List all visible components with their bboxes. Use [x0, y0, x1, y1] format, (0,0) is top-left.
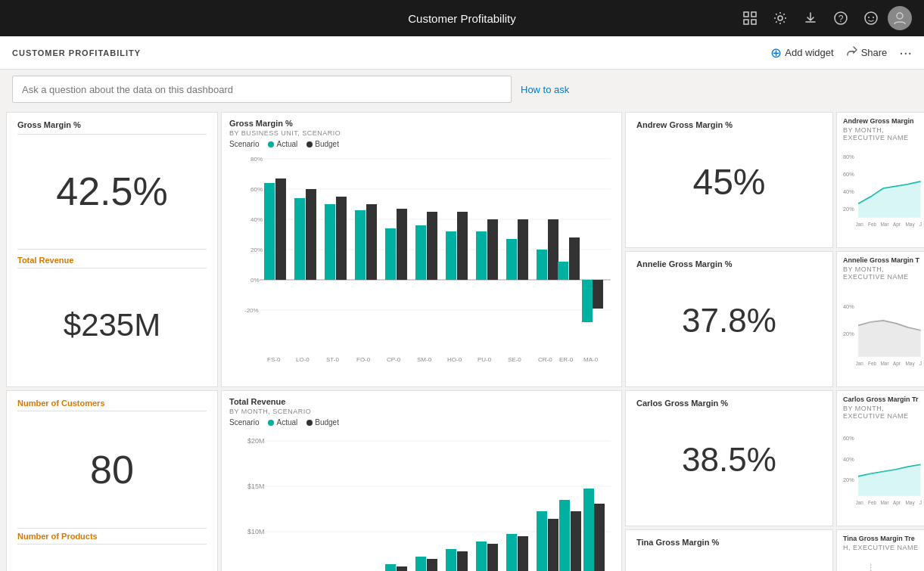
- feedback-icon[interactable]: [857, 5, 885, 32]
- svg-text:Jan: Jan: [856, 361, 864, 366]
- svg-text:?: ?: [838, 14, 844, 24]
- svg-rect-100: [487, 544, 498, 571]
- svg-text:J: J: [919, 361, 922, 366]
- svg-text:May: May: [906, 361, 916, 367]
- svg-rect-1: [751, 12, 756, 17]
- revenue-budget-legend: Budget: [306, 418, 339, 427]
- more-options-icon[interactable]: ···: [899, 44, 912, 61]
- tina-trend-subtitle: H, EXECUTIVE NAME: [843, 544, 924, 551]
- num-products-value: [17, 548, 207, 572]
- svg-rect-98: [457, 551, 468, 571]
- svg-text:Mar: Mar: [881, 222, 890, 227]
- help-icon[interactable]: ?: [827, 5, 854, 32]
- svg-rect-40: [518, 219, 528, 280]
- svg-text:FO-0: FO-0: [356, 356, 371, 363]
- svg-rect-25: [294, 198, 305, 280]
- focus-mode-icon[interactable]: [736, 5, 764, 32]
- gm-chart-legend: Scenario Actual Budget: [229, 140, 614, 148]
- top-navigation-bar: Customer Profitability ?: [0, 0, 924, 36]
- svg-rect-36: [457, 212, 468, 280]
- svg-rect-43: [558, 262, 568, 280]
- settings-icon[interactable]: [767, 5, 794, 32]
- app-title: Customer Profitability: [408, 12, 516, 25]
- total-revenue-title: Total Revenue: [17, 256, 207, 265]
- add-icon: ⊕: [770, 45, 782, 61]
- svg-rect-97: [446, 549, 456, 571]
- actual-dot: [268, 141, 274, 147]
- svg-rect-34: [427, 212, 437, 280]
- svg-point-7: [865, 12, 877, 24]
- carlos-gm-value: 38.5%: [636, 409, 822, 510]
- actual-label: Actual: [276, 140, 297, 148]
- revenue-chart-subtitle: BY MONTH, SCENARIO: [229, 408, 614, 415]
- svg-rect-108: [594, 504, 605, 571]
- svg-rect-38: [487, 219, 498, 280]
- svg-rect-46: [593, 280, 603, 309]
- user-avatar[interactable]: [888, 6, 912, 30]
- tina-trend-card: Tina Gross Margin Tre H, EXECUTIVE NAME …: [836, 529, 924, 571]
- gm-chart-title: Gross Margin %: [229, 119, 614, 128]
- svg-text:-20%: -20%: [244, 307, 259, 314]
- svg-rect-0: [744, 12, 748, 17]
- page-title: CUSTOMER PROFITABILITY: [12, 48, 141, 57]
- svg-text:LO-0: LO-0: [296, 356, 310, 363]
- svg-rect-32: [397, 209, 407, 280]
- svg-text:SM-0: SM-0: [417, 356, 432, 363]
- svg-text:60%: 60%: [250, 186, 263, 193]
- svg-text:Feb: Feb: [868, 222, 876, 227]
- budget-legend-item: Budget: [306, 140, 339, 148]
- svg-text:HO-0: HO-0: [447, 356, 462, 363]
- qa-input[interactable]: [12, 76, 512, 103]
- num-products-title: Number of Products: [17, 532, 207, 541]
- andrew-trend-chart: 80% 60% 40% 20% Jan Feb Mar Apr May J: [843, 144, 924, 235]
- annelie-trend-chart: 40% 20% Jan Feb Mar Apr May J: [843, 284, 924, 374]
- svg-text:Mar: Mar: [881, 500, 890, 505]
- svg-rect-42: [548, 219, 558, 280]
- svg-point-9: [873, 17, 874, 18]
- andrew-gm-value: 45%: [636, 131, 822, 232]
- download-icon[interactable]: [797, 5, 824, 32]
- svg-text:20%: 20%: [843, 330, 854, 337]
- add-widget-button[interactable]: ⊕ Add widget: [770, 45, 833, 61]
- svg-text:CP-0: CP-0: [387, 356, 401, 363]
- svg-rect-27: [325, 204, 335, 280]
- carlos-trend-card: Carlos Gross Margin Tr BY MONTH, EXECUTI…: [836, 390, 924, 526]
- annelie-gm-title: Annelie Gross Margin %: [636, 259, 822, 268]
- revenue-chart-title: Total Revenue: [229, 397, 614, 406]
- svg-text:SE-0: SE-0: [508, 356, 521, 363]
- svg-rect-33: [415, 225, 426, 280]
- share-button[interactable]: Share: [846, 45, 888, 61]
- svg-rect-26: [306, 189, 316, 280]
- revenue-actual-dot: [268, 420, 274, 426]
- andrew-trend-card: Andrew Gross Margin BY MONTH, EXECUTIVE …: [836, 112, 924, 248]
- revenue-budget-label: Budget: [315, 418, 339, 427]
- num-customers-title: Number of Customers: [17, 399, 207, 408]
- svg-text:ST-0: ST-0: [326, 356, 339, 363]
- svg-text:80%: 80%: [250, 156, 263, 163]
- annelie-trend-title: Annelie Gross Margin T: [843, 256, 924, 264]
- revenue-actual-legend: Actual: [268, 418, 297, 427]
- svg-text:40%: 40%: [843, 188, 854, 195]
- scenario-label: Scenario: [229, 140, 259, 148]
- svg-rect-102: [518, 536, 528, 571]
- qa-bar: How to ask: [0, 70, 924, 109]
- svg-text:Apr: Apr: [893, 361, 901, 367]
- svg-text:0%: 0%: [250, 277, 260, 284]
- svg-rect-24: [275, 178, 286, 280]
- svg-text:80%: 80%: [843, 154, 854, 160]
- gross-margin-title: Gross Margin %: [17, 120, 207, 129]
- revenue-legend: Scenario Actual Budget: [229, 418, 614, 427]
- svg-text:60%: 60%: [843, 435, 854, 442]
- how-to-ask-link[interactable]: How to ask: [521, 84, 569, 95]
- svg-rect-93: [385, 564, 396, 571]
- dashboard-grid: Gross Margin % 42.5% Total Revenue $235M…: [0, 109, 924, 571]
- svg-text:Jan: Jan: [856, 500, 864, 505]
- carlos-trend-chart: 60% 40% 20% Jan Feb Mar Apr May J: [843, 423, 924, 514]
- svg-text:Apr: Apr: [893, 500, 901, 506]
- svg-text:40%: 40%: [843, 456, 854, 463]
- svg-rect-2: [744, 20, 748, 24]
- tina-trend-title: Tina Gross Margin Tre: [843, 535, 924, 542]
- svg-text:40%: 40%: [250, 216, 263, 223]
- svg-rect-101: [506, 534, 517, 571]
- annelie-trend-card: Annelie Gross Margin T BY MONTH, EXECUTI…: [836, 251, 924, 387]
